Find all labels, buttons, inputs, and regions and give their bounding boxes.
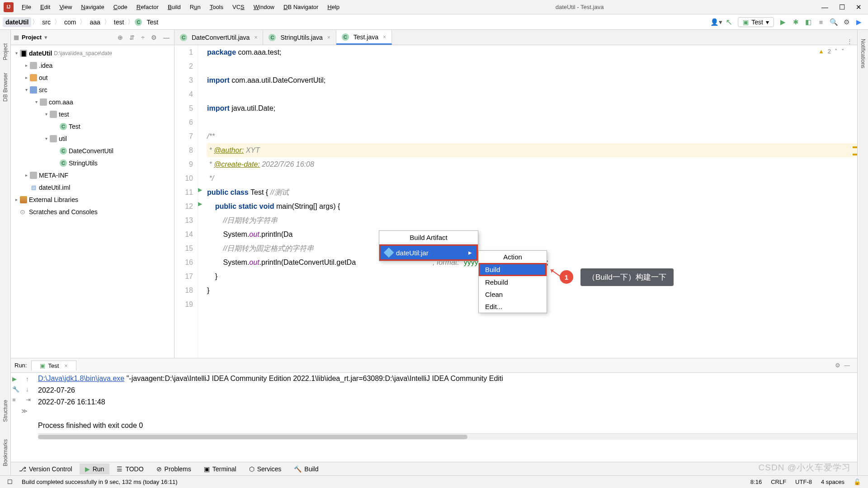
stop-icon[interactable]: ■ <box>12 396 23 403</box>
tree-row[interactable]: CStringUtils <box>11 157 174 169</box>
menu-file[interactable]: File <box>17 1 36 13</box>
expand-icon[interactable]: ⇵ <box>127 34 137 41</box>
action-clean[interactable]: Clean <box>479 288 547 300</box>
btab-problems[interactable]: ⊘Problems <box>151 464 197 474</box>
btab-terminal[interactable]: ▣Terminal <box>198 464 242 474</box>
caret-pos[interactable]: 8:16 <box>746 479 766 485</box>
class-icon: C <box>135 19 142 26</box>
coverage-button[interactable]: ◧ <box>802 16 815 28</box>
external-libraries[interactable]: ▸ External Libraries <box>11 193 174 206</box>
annotation-tooltip: （Build一下）构建一下 <box>580 268 674 286</box>
close-tab-icon[interactable]: × <box>254 34 257 41</box>
hide-panel-icon[interactable]: — <box>161 34 171 41</box>
run-config-select[interactable]: ▣Test▾ <box>738 17 774 27</box>
line-sep[interactable]: CRLF <box>766 479 791 485</box>
tree-root[interactable]: ▾▇ dateUtil D:\java\idea_space\date <box>11 47 174 59</box>
menu-build[interactable]: Build <box>163 1 185 13</box>
tree-row[interactable]: ▾src <box>11 84 174 96</box>
close-tab-icon[interactable]: × <box>383 34 386 40</box>
wrap-icon[interactable]: ⇥ <box>26 396 37 403</box>
close-button[interactable]: ✕ <box>856 3 862 11</box>
editor-tab[interactable]: CDateConvertUtil.java× <box>175 30 263 45</box>
select-target-icon[interactable]: ⊕ <box>116 34 125 41</box>
menu-vcs[interactable]: VCS <box>228 1 249 13</box>
down-icon[interactable]: ↓ <box>26 386 37 393</box>
run-settings-icon[interactable]: ⚙ <box>835 362 840 369</box>
menu-view[interactable]: View <box>55 1 76 13</box>
output-scrollbar[interactable] <box>38 433 857 440</box>
structure-tool-tab[interactable]: Structure <box>2 400 9 422</box>
wrench-icon[interactable]: 🔧 <box>12 386 23 393</box>
tree-row[interactable]: ▤dateUtil.iml <box>11 181 174 193</box>
notifications-tool-tab[interactable]: Notifications <box>860 39 866 68</box>
btab-vcs[interactable]: ⎇Version Control <box>14 464 78 474</box>
popup2-title: Action <box>479 251 547 263</box>
action-edit[interactable]: Edit... <box>479 300 547 313</box>
btab-services[interactable]: ⬡Services <box>244 464 287 474</box>
tree-row[interactable]: ▾util <box>11 132 174 145</box>
tabs-more-icon[interactable]: ⋮ <box>842 38 857 45</box>
maximize-button[interactable]: ☐ <box>839 3 845 11</box>
crumb-3[interactable]: test <box>111 17 127 27</box>
menu-help[interactable]: Help <box>323 1 344 13</box>
minimize-button[interactable]: — <box>821 3 828 11</box>
crumb-1[interactable]: com <box>61 17 79 27</box>
status-icon[interactable]: ☐ <box>3 479 17 485</box>
run-gutter-icon[interactable]: ▶ <box>198 187 202 193</box>
menu-refactor[interactable]: Refactor <box>132 1 163 13</box>
crumb-0[interactable]: src <box>39 17 53 27</box>
run-tab[interactable]: ▣Test× <box>31 361 76 371</box>
dbbrowser-tool-tab[interactable]: DB Browser <box>2 73 9 102</box>
back-icon[interactable]: ↖ <box>722 16 735 28</box>
more-icon[interactable]: ≫ <box>21 408 28 414</box>
collapse-icon[interactable]: ÷ <box>139 34 146 41</box>
tree-row[interactable]: CTest <box>11 120 174 132</box>
btab-build[interactable]: 🔨Build <box>288 464 324 474</box>
editor-tab[interactable]: CStringUtils.java× <box>263 30 336 45</box>
crumb-project[interactable]: dateUtil <box>3 17 31 27</box>
menu-dbnav[interactable]: DB Navigator <box>279 1 323 13</box>
tree-row[interactable]: ▾test <box>11 108 174 120</box>
user-icon[interactable]: 👤▾ <box>710 16 722 28</box>
run-output[interactable]: D:\Java\jdk1.8\bin\java.exe "-javaagent:… <box>38 373 857 462</box>
menu-window[interactable]: Window <box>249 1 279 13</box>
debug-button[interactable]: ✱ <box>789 16 802 28</box>
menu-tools[interactable]: Tools <box>205 1 228 13</box>
tree-row[interactable]: ▸META-INF <box>11 169 174 181</box>
assist-icon[interactable]: ▶ <box>853 16 865 28</box>
search-icon[interactable]: 🔍 <box>827 16 840 28</box>
action-rebuild[interactable]: Rebuild <box>479 276 547 288</box>
encoding[interactable]: UTF-8 <box>791 479 816 485</box>
btab-run[interactable]: ▶Run <box>80 464 110 474</box>
menu-code[interactable]: Code <box>109 1 132 13</box>
settings-icon[interactable]: ⚙ <box>840 16 853 28</box>
indent[interactable]: 4 spaces <box>816 479 849 485</box>
stop-button[interactable]: ■ <box>815 16 827 28</box>
readonly-icon[interactable]: 🔓 <box>849 479 865 485</box>
tree-row[interactable]: ▾com.aaa <box>11 96 174 108</box>
warning-marker[interactable] <box>853 154 857 155</box>
action-build[interactable]: Build <box>479 263 547 276</box>
menu-navigate[interactable]: Navigate <box>76 1 108 13</box>
run-hide-icon[interactable]: — <box>840 362 854 369</box>
tree-row[interactable]: ▸.idea <box>11 59 174 71</box>
editor-tab[interactable]: CTest.java× <box>336 30 392 45</box>
run-button[interactable]: ▶ <box>777 16 789 28</box>
project-tool-tab[interactable]: Project <box>2 43 9 60</box>
artifact-item[interactable]: dateUtil:jar ▸ <box>379 244 478 261</box>
crumb-2[interactable]: aaa <box>87 17 103 27</box>
menu-edit[interactable]: Edit <box>36 1 55 13</box>
up-icon[interactable]: ↑ <box>26 375 37 382</box>
scratches[interactable]: Scratches and Consoles <box>11 206 174 218</box>
btab-todo[interactable]: ☰TODO <box>111 464 149 474</box>
rerun-icon[interactable]: ▶ <box>12 375 23 382</box>
close-tab-icon[interactable]: × <box>327 34 330 41</box>
warning-marker[interactable] <box>853 146 857 148</box>
tree-row[interactable]: CDateConvertUtil <box>11 145 174 157</box>
menu-run[interactable]: Run <box>185 1 205 13</box>
bookmarks-tool-tab[interactable]: Bookmarks <box>2 439 9 466</box>
gear-icon[interactable]: ⚙ <box>149 34 159 41</box>
crumb-4[interactable]: Test <box>144 17 161 27</box>
run-gutter-icon[interactable]: ▶ <box>198 201 202 207</box>
tree-row[interactable]: ▸out <box>11 71 174 84</box>
